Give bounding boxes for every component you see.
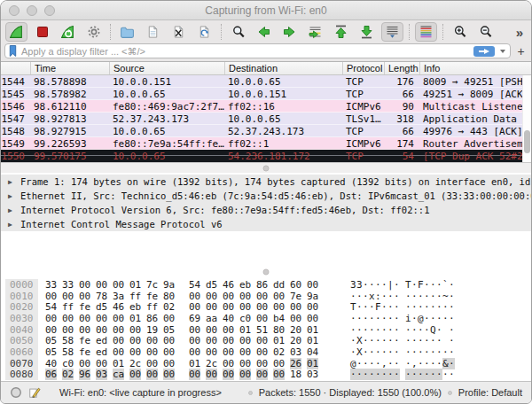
detail-bytes-splitter[interactable] bbox=[1, 268, 531, 276]
column-header-destination[interactable]: Destination bbox=[224, 62, 342, 74]
cell-info: [TCP Dup ACK 52#2] 5 bbox=[419, 151, 531, 162]
hex-row-0060[interactable]: 00600558feed000000000000000000020304·X··… bbox=[1, 346, 531, 358]
go-to-packet-icon bbox=[308, 25, 323, 39]
cell-destination: ff02::16 bbox=[224, 101, 342, 113]
scrollbar-thumb[interactable] bbox=[524, 130, 530, 153]
close-capture-file-button[interactable] bbox=[168, 22, 190, 42]
hex-row-0010[interactable]: 0010000000783afffe800000000000007e9a···x… bbox=[1, 291, 531, 302]
expand-arrow-icon[interactable]: ▶ bbox=[8, 192, 20, 200]
main-toolbar: » bbox=[1, 20, 531, 43]
apply-arrow-icon bbox=[477, 48, 491, 55]
detail-text: Ethernet II, Src: Technico_d5:46:eb (7c:… bbox=[20, 190, 531, 201]
statusbar-separator bbox=[448, 391, 452, 395]
cell-protocol: TLSv1… bbox=[342, 113, 384, 125]
packet-list-scrollbar[interactable] bbox=[522, 75, 531, 162]
add-filter-button[interactable]: + bbox=[514, 44, 528, 58]
filter-dropdown-caret[interactable] bbox=[498, 46, 507, 57]
auto-scroll-toggle-button[interactable] bbox=[381, 22, 403, 42]
packet-row-1550[interactable]: 155099.57017510.0.0.6554.236.181.172TCP5… bbox=[1, 150, 531, 162]
column-header-no[interactable] bbox=[1, 62, 30, 74]
toolbar-overflow-button[interactable]: » bbox=[512, 25, 527, 40]
detail-row-1[interactable]: ▶Ethernet II, Src: Technico_d5:46:eb (7c… bbox=[1, 189, 531, 203]
restart-capture-icon bbox=[60, 25, 75, 40]
column-header-time[interactable]: Time bbox=[30, 62, 109, 74]
close-window-button[interactable] bbox=[9, 5, 20, 16]
profile-selector[interactable]: Profile: Default bbox=[458, 387, 522, 398]
expert-info-icon[interactable] bbox=[10, 386, 22, 399]
cell-no: 1544 bbox=[1, 76, 30, 88]
go-to-packet-button[interactable] bbox=[304, 22, 326, 42]
find-packet-button[interactable] bbox=[227, 22, 249, 42]
go-back-button[interactable] bbox=[253, 22, 275, 42]
packet-row-1546[interactable]: 154698.612110fe80::469:9ac7:2f7…ff02::16… bbox=[1, 100, 531, 113]
hex-ascii: @····,···,····&· bbox=[350, 358, 455, 369]
zoom-in-button[interactable] bbox=[449, 22, 471, 42]
minimize-window-button[interactable] bbox=[27, 5, 37, 16]
column-header-source[interactable]: Source bbox=[109, 62, 224, 74]
display-filter-input[interactable] bbox=[21, 46, 470, 57]
detail-text: Internet Protocol Version 6, Src: fe80::… bbox=[20, 205, 429, 215]
detail-row-0[interactable]: ▶Frame 1: 174 bytes on wire (1392 bits),… bbox=[1, 175, 531, 189]
hex-bytes: 000000000001860069aa40c000b40000 bbox=[45, 313, 324, 324]
packet-row-1548[interactable]: 154898.92791510.0.0.6552.37.243.173TCP66… bbox=[1, 125, 531, 137]
toolbar-separator bbox=[409, 24, 410, 40]
cell-length: 66 bbox=[384, 126, 419, 137]
cell-destination: 52.37.243.173 bbox=[224, 126, 342, 137]
packet-row-1547[interactable]: 154798.92781352.37.243.17310.0.0.65TLSv1… bbox=[1, 113, 531, 125]
display-filter-field[interactable] bbox=[4, 43, 511, 58]
hex-row-0040[interactable]: 004000000000000019050000000151802001····… bbox=[1, 324, 531, 336]
expand-arrow-icon[interactable]: ▶ bbox=[8, 178, 20, 186]
apply-filter-button[interactable] bbox=[473, 46, 495, 57]
packet-row-1545[interactable]: 154598.57898210.0.0.6510.0.0.151TCP66492… bbox=[1, 88, 531, 100]
cell-source: 10.0.0.151 bbox=[109, 76, 224, 88]
cell-protocol: TCP bbox=[342, 89, 384, 100]
capture-options-button[interactable] bbox=[82, 22, 105, 42]
go-to-last-packet-button[interactable] bbox=[356, 22, 378, 42]
hex-row-0070[interactable]: 007040c00000012c0000012c000000002601@···… bbox=[1, 358, 531, 369]
go-back-icon bbox=[256, 25, 271, 39]
hex-row-0050[interactable]: 00500558feed000000000000000000012001·X··… bbox=[1, 335, 531, 346]
reload-capture-file-button[interactable] bbox=[193, 22, 215, 42]
hex-offset: 0040 bbox=[5, 324, 38, 336]
capture-comment-icon[interactable] bbox=[28, 386, 41, 399]
packet-row-1549[interactable]: 154999.226593fe80::7e9a:54ff:fe…ff02::1I… bbox=[1, 137, 531, 150]
save-capture-file-button[interactable] bbox=[142, 22, 164, 42]
title-bar: Capturing from Wi-Fi: en0 bbox=[1, 1, 531, 20]
hex-row-0000[interactable]: 00003333000000017c9a54d546eb86dd600033··… bbox=[1, 279, 531, 291]
expand-arrow-icon[interactable]: ▶ bbox=[8, 221, 20, 229]
cell-no: 1546 bbox=[1, 101, 30, 113]
hex-ascii: ············Q· · bbox=[350, 324, 455, 336]
packet-row-1544[interactable]: 154498.57889810.0.0.15110.0.0.65TCP17680… bbox=[1, 75, 531, 88]
hex-ascii: ·X·············· bbox=[350, 346, 455, 358]
column-header-protocol[interactable]: Protocol bbox=[342, 62, 384, 74]
go-forward-button[interactable] bbox=[278, 22, 301, 42]
hex-bytes: 3333000000017c9a54d546eb86dd6000 bbox=[45, 279, 324, 291]
restart-capture-button[interactable] bbox=[57, 22, 79, 42]
detail-row-3[interactable]: ▶Internet Control Message Protocol v6 bbox=[1, 217, 531, 231]
expand-arrow-icon[interactable]: ▶ bbox=[8, 206, 20, 214]
window-title: Capturing from Wi-Fi: en0 bbox=[205, 4, 326, 17]
open-capture-file-button[interactable] bbox=[116, 22, 138, 42]
zoom-window-button[interactable] bbox=[44, 5, 55, 16]
hex-ascii: T···F··········· bbox=[350, 301, 455, 313]
filter-bookmark-icon[interactable] bbox=[8, 44, 18, 58]
go-to-first-packet-button[interactable] bbox=[330, 22, 352, 42]
start-capture-button[interactable] bbox=[5, 22, 27, 42]
zoom-out-button[interactable] bbox=[474, 22, 497, 42]
stop-capture-button[interactable] bbox=[31, 22, 53, 42]
cell-protocol: ICMPv6 bbox=[342, 138, 384, 150]
column-header-length[interactable]: Length bbox=[384, 62, 419, 74]
list-detail-splitter[interactable] bbox=[1, 162, 531, 173]
hex-ascii: ········i·@····· bbox=[350, 313, 455, 324]
cell-info: Multicast Listener bbox=[419, 101, 531, 113]
hex-row-0030[interactable]: 0030000000000001860069aa40c000b40000····… bbox=[1, 313, 531, 324]
packet-list-header: TimeSourceDestinationProtocolLengthInfo bbox=[1, 62, 531, 75]
hex-row-0020[interactable]: 002054fffed546ebff020000000000000000T···… bbox=[1, 301, 531, 313]
detail-row-2[interactable]: ▶Internet Protocol Version 6, Src: fe80:… bbox=[1, 203, 531, 217]
column-header-info[interactable]: Info bbox=[419, 62, 531, 74]
hex-row-0080[interactable]: 008006029603ca0000000000000000001803····… bbox=[1, 369, 531, 381]
colorize-toggle-button[interactable] bbox=[415, 22, 437, 42]
cell-protocol: TCP bbox=[342, 126, 384, 137]
hex-ascii: ···x:·········~· bbox=[350, 291, 455, 302]
cell-source: 10.0.0.65 bbox=[109, 126, 224, 137]
